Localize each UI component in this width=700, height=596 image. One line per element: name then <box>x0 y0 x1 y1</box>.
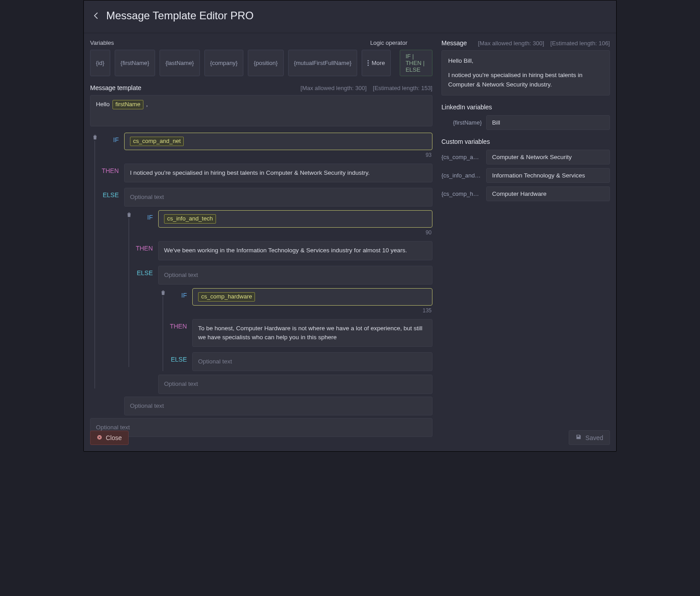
custom-variables-label: Custom variables <box>441 138 610 145</box>
if-keyword: IF <box>128 214 153 221</box>
editor-modal: Message Template Editor PRO Variables Lo… <box>83 0 617 452</box>
variable-key: {firstName} <box>441 119 482 126</box>
else-keyword: ELSE <box>128 269 153 276</box>
template-text-suffix: , <box>144 101 148 108</box>
variable-value-input[interactable]: Computer Hardware <box>486 186 610 201</box>
estimated-length-hint: [Estimated length: 153] <box>373 85 432 91</box>
template-text-prefix: Hello <box>96 101 112 108</box>
variable-token[interactable]: cs_info_and_tech <box>164 214 216 224</box>
max-length-hint: [Max allowed length: 300] <box>301 85 367 91</box>
then-keyword: THEN <box>94 167 119 174</box>
then-text[interactable]: To be honest, Computer Hardware is not w… <box>192 319 432 347</box>
preview-line: I noticed you're specialised in hiring b… <box>448 70 603 90</box>
variable-chip[interactable]: {lastName} <box>160 50 200 76</box>
char-count: 135 <box>192 307 432 314</box>
variable-key: {cs_comp_har… <box>441 190 482 197</box>
variable-key: {cs_info_and_… <box>441 172 482 179</box>
variable-token[interactable]: cs_comp_and_net <box>130 137 184 146</box>
condition-block-3: IF cs_comp_hardware 135 THEN To be hones… <box>158 288 432 371</box>
variable-chip-strip: {id} {firstName} {lastName} {company} {p… <box>90 50 432 76</box>
trailing-text[interactable]: Optional text <box>158 375 432 393</box>
condition-block-2: IF cs_info_and_tech 90 THEN We've been w… <box>124 210 432 393</box>
more-variables-chip[interactable]: More <box>362 50 391 76</box>
variable-value-input[interactable]: Bill <box>486 115 610 130</box>
variable-row: {cs_comp_an… Computer & Network Security <box>441 150 610 164</box>
modal-header: Message Template Editor PRO <box>84 0 616 33</box>
variable-chip[interactable]: {id} <box>90 50 110 76</box>
if-keyword: IF <box>94 136 119 143</box>
if-condition-input[interactable]: cs_comp_hardware <box>192 288 432 306</box>
close-icon <box>97 434 102 441</box>
variable-chip[interactable]: {position} <box>248 50 284 76</box>
then-keyword: THEN <box>128 245 153 252</box>
estimated-length-hint: [Estimated length: 106] <box>550 40 610 47</box>
variable-chip[interactable]: {firstName} <box>115 50 155 76</box>
logic-operator-label: Logic operator <box>370 39 407 46</box>
logic-operator-chip[interactable]: IF | THEN | ELSE <box>400 50 432 76</box>
then-text[interactable]: I noticed you're specialised in hiring b… <box>124 164 432 182</box>
char-count: 93 <box>124 152 432 158</box>
template-header-text[interactable]: Hello firstName , <box>90 95 432 126</box>
variable-row: {cs_info_and_… Information Technology & … <box>441 168 610 183</box>
modal-title: Message Template Editor PRO <box>106 9 254 22</box>
more-icon <box>367 60 369 66</box>
linkedin-variables-label: LinkedIn variables <box>441 104 610 111</box>
max-length-hint: [Max allowed length: 300] <box>478 40 544 47</box>
variable-chip[interactable]: {company} <box>204 50 243 76</box>
then-keyword: THEN <box>162 323 187 330</box>
char-count: 90 <box>158 229 432 236</box>
variable-row: {cs_comp_har… Computer Hardware <box>441 186 610 201</box>
if-keyword: IF <box>162 292 187 299</box>
more-label: More <box>372 60 385 66</box>
close-label: Close <box>106 434 122 441</box>
message-preview: Hello Bill, I noticed you're specialised… <box>441 50 610 95</box>
variable-chip[interactable]: {mutualFirstFullName} <box>288 50 358 76</box>
message-template-label: Message template <box>90 84 141 91</box>
preview-line: Hello Bill, <box>448 56 603 66</box>
then-text[interactable]: We've been working in the Information Te… <box>158 241 432 260</box>
save-icon <box>575 434 582 441</box>
if-condition-input[interactable]: cs_comp_and_net <box>124 133 432 150</box>
else-keyword: ELSE <box>94 191 119 199</box>
variable-value-input[interactable]: Computer & Network Security <box>486 150 610 164</box>
variable-value-input[interactable]: Information Technology & Services <box>486 168 610 183</box>
back-arrow-icon[interactable] <box>92 11 101 20</box>
condition-block-1: IF cs_comp_and_net 93 THEN I noticed you… <box>90 133 432 415</box>
else-keyword: ELSE <box>162 356 187 363</box>
variable-key: {cs_comp_an… <box>441 154 482 160</box>
saved-label: Saved <box>585 434 603 441</box>
else-text[interactable]: Optional text <box>158 266 432 285</box>
variable-token[interactable]: firstName <box>112 100 144 109</box>
if-condition-input[interactable]: cs_info_and_tech <box>158 210 432 228</box>
variable-row: {firstName} Bill <box>441 115 610 130</box>
modal-footer: Close Saved <box>84 424 616 451</box>
preview-label: Message <box>441 39 467 47</box>
else-text[interactable]: Optional text <box>124 188 432 207</box>
saved-button[interactable]: Saved <box>569 430 610 445</box>
else-text[interactable]: Optional text <box>192 352 432 371</box>
variable-token[interactable]: cs_comp_hardware <box>198 292 255 302</box>
close-button[interactable]: Close <box>90 431 129 445</box>
trailing-text[interactable]: Optional text <box>124 397 432 415</box>
variables-label: Variables <box>90 39 114 46</box>
